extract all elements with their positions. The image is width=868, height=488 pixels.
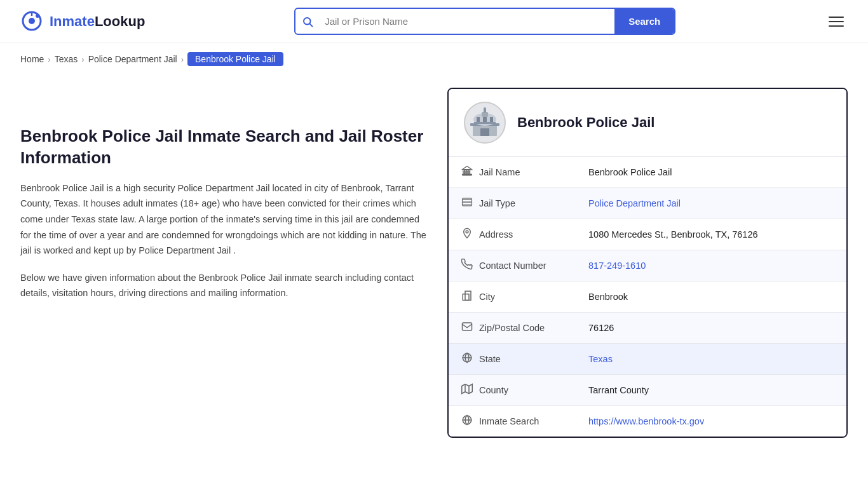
row-value-6[interactable]: Texas: [576, 344, 846, 375]
breadcrumb-home[interactable]: Home: [20, 54, 44, 64]
svg-point-1: [29, 18, 35, 24]
table-row: Jail NameBenbrook Police Jail: [449, 157, 846, 188]
right-panel: Benbrook Police Jail Jail NameBenbrook P…: [447, 88, 848, 438]
row-icon-1: [461, 196, 473, 210]
row-label-3: Contact Number: [479, 261, 546, 271]
table-row: Jail TypePolice Department Jail: [449, 188, 846, 219]
svg-rect-19: [465, 170, 466, 175]
breadcrumb-sep-1: ›: [48, 55, 50, 64]
row-icon-0: [461, 165, 473, 179]
svg-point-27: [466, 231, 468, 233]
search-icon: [302, 16, 313, 27]
page-heading: Benbrook Police Jail Inmate Search and J…: [20, 126, 427, 169]
svg-rect-20: [467, 170, 468, 175]
row-label-8: Inmate Search: [479, 416, 539, 426]
row-icon-8: [461, 414, 473, 428]
svg-point-3: [36, 14, 39, 18]
search-wrapper: Search: [294, 8, 675, 35]
row-value-0: Benbrook Police Jail: [576, 157, 846, 188]
row-value-4: Benbrook: [576, 281, 846, 313]
card-header: Benbrook Police Jail: [449, 89, 846, 157]
table-row: Zip/Postal Code76126: [449, 313, 846, 344]
row-icon-7: [461, 383, 473, 397]
svg-marker-36: [462, 384, 473, 394]
search-icon-wrap: [295, 16, 320, 27]
row-value-1[interactable]: Police Department Jail: [576, 188, 846, 219]
svg-point-16: [484, 107, 486, 110]
row-value-3[interactable]: 817-249-1610: [576, 250, 846, 281]
table-row: Address1080 Mercedes St., Benbrook, TX, …: [449, 219, 846, 250]
row-link-8[interactable]: https://www.benbrook-tx.gov: [588, 416, 704, 426]
search-button[interactable]: Search: [614, 9, 674, 34]
row-link-1[interactable]: Police Department Jail: [588, 198, 681, 208]
svg-rect-34: [463, 323, 472, 330]
jail-avatar: [464, 102, 506, 144]
row-icon-4: [461, 290, 473, 304]
row-icon-6: [461, 352, 473, 366]
svg-line-5: [310, 24, 313, 26]
svg-rect-21: [469, 170, 470, 175]
svg-marker-22: [463, 166, 472, 170]
svg-rect-28: [463, 294, 469, 301]
header: InmateLookup Search: [0, 0, 868, 43]
row-icon-2: [461, 227, 473, 241]
search-input[interactable]: [320, 10, 614, 33]
svg-rect-18: [463, 170, 465, 175]
table-row: CountyTarrant County: [449, 375, 846, 406]
description-para-1: Benbrook Police Jail is a high security …: [20, 180, 427, 259]
left-panel: Benbrook Police Jail Inmate Search and J…: [20, 88, 427, 438]
row-label-6: State: [479, 354, 501, 364]
breadcrumb-sep-2: ›: [81, 55, 84, 64]
row-label-0: Jail Name: [479, 167, 520, 177]
breadcrumb-category[interactable]: Police Department Jail: [88, 54, 177, 64]
table-row: StateTexas: [449, 344, 846, 375]
hamburger-line-1: [829, 17, 844, 18]
svg-rect-7: [480, 128, 489, 136]
hamburger-line-3: [829, 25, 844, 27]
breadcrumb: Home › Texas › Police Department Jail › …: [0, 43, 868, 75]
row-label-5: Zip/Postal Code: [479, 323, 545, 333]
row-value-2: 1080 Mercedes St., Benbrook, TX, 76126: [576, 219, 846, 250]
row-icon-3: [461, 259, 473, 273]
card-title: Benbrook Police Jail: [517, 114, 654, 131]
row-label-7: County: [479, 385, 508, 395]
logo-text: InmateLookup: [50, 13, 145, 30]
hamburger-line-2: [829, 21, 844, 22]
logo-part1: Inmate: [50, 13, 95, 29]
svg-rect-14: [482, 112, 488, 117]
row-label-1: Jail Type: [479, 198, 515, 208]
row-value-8[interactable]: https://www.benbrook-tx.gov: [576, 406, 846, 437]
row-label-4: City: [479, 292, 495, 302]
table-row: CityBenbrook: [449, 281, 846, 313]
logo-link[interactable]: InmateLookup: [20, 10, 145, 34]
breadcrumb-sep-3: ›: [181, 55, 184, 64]
row-value-5: 76126: [576, 313, 846, 344]
table-row: Contact Number817-249-1610: [449, 250, 846, 281]
row-link-6[interactable]: Texas: [588, 354, 613, 364]
breadcrumb-current: Benbrook Police Jail: [187, 52, 283, 66]
breadcrumb-state[interactable]: Texas: [55, 54, 78, 64]
row-label-2: Address: [479, 229, 513, 240]
row-value-7: Tarrant County: [576, 375, 846, 406]
svg-rect-29: [465, 291, 471, 300]
svg-rect-13: [474, 122, 496, 124]
jail-building-icon: [468, 105, 502, 140]
row-link-3[interactable]: 817-249-1610: [588, 261, 646, 271]
logo-part2: Lookup: [95, 13, 145, 29]
table-row: Inmate Searchhttps://www.benbrook-tx.gov: [449, 406, 846, 437]
description-para-2: Below we have given information about th…: [20, 270, 427, 301]
info-card: Benbrook Police Jail Jail NameBenbrook P…: [447, 88, 848, 438]
info-table: Jail NameBenbrook Police JailJail TypePo…: [449, 157, 846, 437]
row-icon-5: [461, 321, 473, 335]
main-content: Benbrook Police Jail Inmate Search and J…: [0, 75, 868, 463]
search-area: Search: [294, 8, 675, 35]
hamburger-menu[interactable]: [825, 13, 848, 30]
logo-icon: [20, 10, 44, 34]
